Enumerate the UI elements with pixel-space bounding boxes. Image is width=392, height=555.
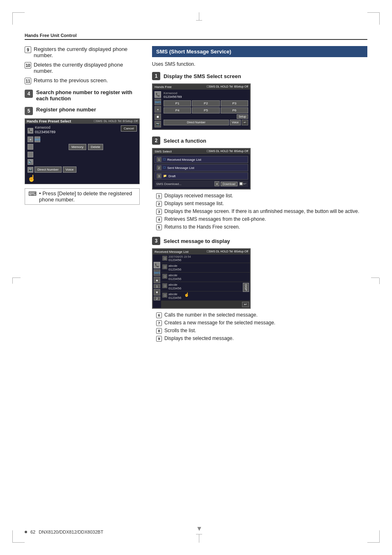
badge-10: 10	[25, 62, 31, 69]
main-content: Hands Free Unit Control 9 Registers the …	[25, 33, 367, 522]
sms-download-text: SMS Download...	[156, 182, 182, 186]
numbered-items-group: 9 Registers the currently displayed phon…	[25, 46, 140, 84]
item-num-1: 1	[157, 157, 161, 162]
s3-desc-text-8: Scrolls the list.	[164, 328, 196, 333]
s3-desc-num-8: 8	[156, 328, 162, 334]
s3-desc-text-9: Displays the selected message.	[164, 335, 234, 341]
note-icon: ⌨	[28, 190, 37, 197]
msg-icon-1: ☐	[162, 256, 167, 261]
p1-btn[interactable]: P1	[164, 100, 191, 106]
draft-icon: 📁	[163, 174, 167, 178]
section1-title: Display the SMS Select screen	[164, 73, 241, 79]
back-arrow-btn[interactable]: ↩	[242, 302, 249, 307]
bottom-arrow: ▼	[196, 525, 203, 532]
desc-text-4: Retrieves SMS messages from the cell-pho…	[164, 216, 266, 222]
msg-name-2: abcde	[168, 264, 181, 268]
received-label: Received Message List	[167, 158, 201, 162]
hf-screen-title: Hands Free	[154, 85, 172, 89]
icon1: ≡	[28, 136, 33, 142]
sms-select-icons: ☐SMS DL HOLD Tel ⚙Setup Off	[207, 150, 248, 153]
section3-num: 3	[152, 237, 160, 245]
scroll-down-btn[interactable]: ▼	[154, 289, 160, 296]
back-btn[interactable]: ↩	[242, 120, 248, 125]
note-text: • Press [Delete] to delete the registere…	[39, 190, 132, 203]
setup-btn[interactable]: Setup	[237, 114, 248, 119]
corner-tl	[12, 12, 25, 25]
sent-icon: ☐	[163, 166, 166, 169]
sms-item-draft[interactable]: 3 📁 Draft	[154, 172, 248, 180]
sms-item-sent[interactable]: 2 ☐ Sent Message List	[154, 164, 248, 171]
sms-item-received[interactable]: 1 ☐ Received Message List	[154, 156, 248, 163]
msg-icon-5: ☐	[162, 293, 167, 298]
desc-item-3: 3 Displays the Message screen. If there …	[156, 208, 367, 215]
page-indicator: 1	[154, 284, 160, 288]
sms-section-header: SMS (Short Message Service)	[152, 46, 367, 57]
voice-button[interactable]: Voice	[63, 166, 77, 173]
back-row: ↩	[161, 301, 250, 308]
msg-num-4: 0123456	[168, 287, 181, 290]
cancel-button[interactable]: Cancel	[121, 125, 137, 132]
right-section-3: 3 Select message to display Received Mes…	[152, 237, 367, 342]
footer-model: DNX8120/DDX812/DDX8032BT	[39, 530, 103, 534]
msg-name-5: abcde	[168, 292, 181, 296]
icon4: 🔊	[28, 159, 33, 165]
direct-number-button[interactable]: Direct Number	[35, 166, 62, 173]
msg-item-2[interactable]: ☐ abcde 0123456	[161, 263, 250, 273]
voice-btn[interactable]: Voice	[230, 120, 241, 125]
desc-num-3: 3	[156, 209, 162, 215]
msg-item-3[interactable]: ☐ abcde 0123456	[161, 273, 250, 282]
desc-item-2: 2 Displays sent message list.	[156, 201, 367, 207]
desc-item-5: 5 Returns to the Hands Free screen.	[156, 224, 367, 230]
page-indicator2: 2	[154, 296, 160, 301]
sms-download-row: SMS Download... 4 Download 🔲↩	[154, 180, 248, 187]
desc-num-4: 4	[156, 217, 162, 222]
p6-btn[interactable]: P6	[221, 107, 248, 113]
hf-icon3: ≡	[154, 106, 161, 113]
section4-num: 4	[25, 90, 33, 98]
section5-title: Register phone number	[36, 106, 96, 113]
desc-text-1: Displays received message list.	[164, 193, 233, 199]
msg-name-3: abcde	[168, 273, 181, 277]
delete-button[interactable]: Delete	[88, 144, 103, 150]
desc-text-2: Displays sent message list.	[164, 201, 224, 206]
preset-number: 0123456789	[35, 130, 55, 134]
p5-btn[interactable]: P5	[192, 107, 219, 113]
download-button[interactable]: Download	[221, 182, 238, 186]
icon3	[28, 152, 33, 157]
top-crosshair	[196, 12, 202, 21]
msg-sms-icon: SMS	[154, 269, 160, 276]
section5-header: 5 Register phone number	[25, 106, 140, 115]
sms-select-screen: SMS Select ☐SMS DL HOLD Tel ⚙Setup Off 1…	[152, 148, 251, 190]
section2-desc: 1 Displays received message list. 2 Disp…	[156, 193, 367, 230]
section2-num: 2	[152, 136, 160, 145]
item-num-3: 3	[157, 173, 161, 178]
p3-btn[interactable]: P3	[221, 100, 248, 106]
finger-icon2: ☝	[184, 292, 189, 297]
msg-item-5[interactable]: ☐ abcde 0123456 ☝	[161, 291, 250, 301]
disp-button[interactable]: DISP	[243, 283, 249, 292]
sms-select-title: SMS Select	[154, 150, 172, 153]
section1-header: 1 Display the SMS Select screen	[152, 72, 367, 80]
note-content: • Press [Delete] to delete the registere…	[39, 190, 136, 203]
msg-item-1[interactable]: ☐ 2007/06/05 19:54 0123456	[161, 254, 250, 263]
msg-text-3: abcde 0123456	[168, 273, 181, 281]
s3-desc-num-9: 9	[156, 336, 162, 342]
screen-bar-preset: Hands Free Preset Select ☐SMSDLHOLDTel⚙S…	[25, 119, 139, 124]
corner-bl	[12, 530, 25, 543]
scroll-up-btn[interactable]: ▲	[154, 277, 160, 283]
p4-btn[interactable]: P4	[164, 107, 191, 113]
phone-icon: 📞	[28, 128, 33, 134]
hf-screen-icons: ☐SMS DL HOLD Tel ⚙Setup Off	[207, 85, 248, 89]
p2-btn[interactable]: P2	[192, 100, 219, 106]
item-11-text: Returns to the previous screen.	[34, 77, 108, 83]
msg-num-1: 0123456	[168, 258, 191, 262]
memory-button[interactable]: Memory	[69, 144, 86, 150]
direct-btn[interactable]: Direct Number	[164, 120, 229, 125]
msg-item-4[interactable]: ☐ abcde 0123456 DISP	[161, 282, 250, 291]
right-crosshair	[379, 278, 380, 284]
msg-screen-icons: ☐SMS DL HOLD Tel ⚙Setup Off	[207, 250, 248, 254]
desc-item-1: 1 Displays received message list.	[156, 193, 367, 199]
page-title: Hands Free Unit Control	[25, 33, 77, 38]
call-icon[interactable]: 📞	[154, 262, 160, 268]
desc-text-5: Returns to the Hands Free screen.	[164, 224, 240, 230]
